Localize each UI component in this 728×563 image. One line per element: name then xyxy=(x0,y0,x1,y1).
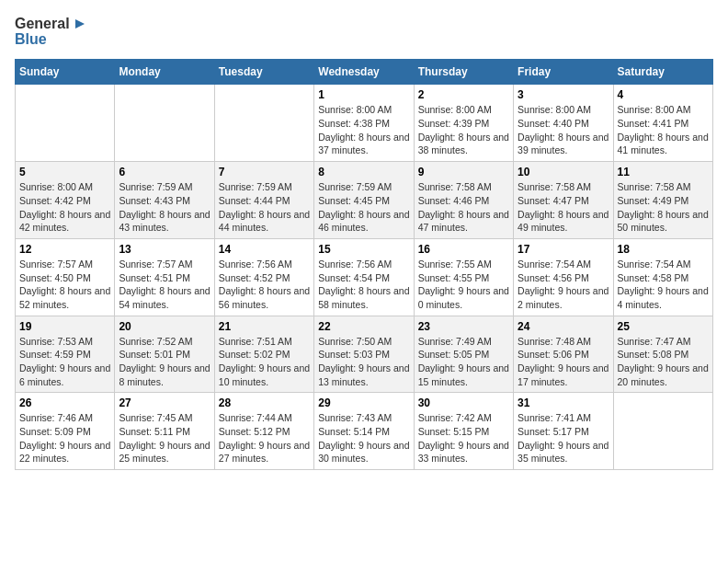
calendar-cell xyxy=(214,85,313,162)
week-row-1: 1Sunrise: 8:00 AMSunset: 4:38 PMDaylight… xyxy=(16,85,713,162)
calendar-cell: 12Sunrise: 7:57 AMSunset: 4:50 PMDayligh… xyxy=(16,238,115,316)
weekday-header-thursday: Thursday xyxy=(414,60,513,85)
calendar-cell: 17Sunrise: 7:54 AMSunset: 4:56 PMDayligh… xyxy=(514,238,613,316)
calendar-cell: 28Sunrise: 7:44 AMSunset: 5:12 PMDayligh… xyxy=(214,393,313,470)
day-number: 11 xyxy=(618,166,709,178)
day-number: 31 xyxy=(518,396,609,409)
day-detail: Sunrise: 7:59 AMSunset: 4:45 PMDaylight:… xyxy=(318,180,409,235)
logo-arrow-icon xyxy=(72,16,88,32)
day-detail: Sunrise: 7:48 AMSunset: 5:06 PMDaylight:… xyxy=(518,335,609,389)
day-detail: Sunrise: 7:58 AMSunset: 4:49 PMDaylight:… xyxy=(618,180,709,235)
calendar-cell: 3Sunrise: 8:00 AMSunset: 4:40 PMDaylight… xyxy=(514,85,613,162)
day-number: 21 xyxy=(219,320,310,333)
day-number: 18 xyxy=(618,243,709,256)
logo-text-blue: Blue xyxy=(15,30,47,48)
calendar-cell: 19Sunrise: 7:53 AMSunset: 4:59 PMDayligh… xyxy=(16,316,115,393)
day-detail: Sunrise: 7:46 AMSunset: 5:09 PMDaylight:… xyxy=(19,411,110,465)
calendar-cell: 6Sunrise: 7:59 AMSunset: 4:43 PMDaylight… xyxy=(115,162,214,239)
day-number: 19 xyxy=(19,320,110,333)
calendar-cell: 5Sunrise: 8:00 AMSunset: 4:42 PMDaylight… xyxy=(16,162,115,239)
day-number: 26 xyxy=(19,396,110,409)
day-detail: Sunrise: 7:47 AMSunset: 5:08 PMDaylight:… xyxy=(618,335,709,389)
day-number: 29 xyxy=(318,396,409,409)
logo-graphic: General Blue xyxy=(15,15,88,48)
calendar-cell: 27Sunrise: 7:45 AMSunset: 5:11 PMDayligh… xyxy=(115,393,214,470)
day-detail: Sunrise: 7:51 AMSunset: 5:02 PMDaylight:… xyxy=(219,335,310,389)
calendar-cell: 4Sunrise: 8:00 AMSunset: 4:41 PMDaylight… xyxy=(613,85,712,162)
week-row-5: 26Sunrise: 7:46 AMSunset: 5:09 PMDayligh… xyxy=(16,393,713,470)
day-number: 27 xyxy=(119,396,210,409)
day-detail: Sunrise: 7:50 AMSunset: 5:03 PMDaylight:… xyxy=(318,335,409,389)
day-detail: Sunrise: 7:41 AMSunset: 5:17 PMDaylight:… xyxy=(518,411,609,465)
day-detail: Sunrise: 7:59 AMSunset: 4:44 PMDaylight:… xyxy=(219,180,310,235)
day-number: 14 xyxy=(219,243,310,256)
weekday-header-row: SundayMondayTuesdayWednesdayThursdayFrid… xyxy=(16,60,713,85)
day-detail: Sunrise: 8:00 AMSunset: 4:41 PMDaylight:… xyxy=(618,103,709,157)
day-detail: Sunrise: 8:00 AMSunset: 4:38 PMDaylight:… xyxy=(318,103,409,157)
day-number: 4 xyxy=(618,88,709,101)
calendar-cell: 7Sunrise: 7:59 AMSunset: 4:44 PMDaylight… xyxy=(214,162,313,239)
calendar-cell: 20Sunrise: 7:52 AMSunset: 5:01 PMDayligh… xyxy=(115,316,214,393)
day-number: 15 xyxy=(318,243,409,256)
day-detail: Sunrise: 7:56 AMSunset: 4:52 PMDaylight:… xyxy=(219,258,310,312)
calendar-cell: 24Sunrise: 7:48 AMSunset: 5:06 PMDayligh… xyxy=(514,316,613,393)
calendar-cell: 15Sunrise: 7:56 AMSunset: 4:54 PMDayligh… xyxy=(314,238,414,316)
svg-marker-0 xyxy=(75,19,85,29)
week-row-3: 12Sunrise: 7:57 AMSunset: 4:50 PMDayligh… xyxy=(16,238,713,316)
day-detail: Sunrise: 7:57 AMSunset: 4:50 PMDaylight:… xyxy=(19,258,110,312)
day-detail: Sunrise: 7:45 AMSunset: 5:11 PMDaylight:… xyxy=(119,411,210,465)
calendar-cell: 1Sunrise: 8:00 AMSunset: 4:38 PMDaylight… xyxy=(314,85,414,162)
day-number: 1 xyxy=(318,88,409,101)
day-detail: Sunrise: 7:56 AMSunset: 4:54 PMDaylight:… xyxy=(318,258,409,312)
day-number: 12 xyxy=(19,243,110,256)
week-row-2: 5Sunrise: 8:00 AMSunset: 4:42 PMDaylight… xyxy=(16,162,713,239)
day-detail: Sunrise: 7:52 AMSunset: 5:01 PMDaylight:… xyxy=(119,335,210,389)
day-detail: Sunrise: 7:42 AMSunset: 5:15 PMDaylight:… xyxy=(418,411,509,465)
weekday-header-tuesday: Tuesday xyxy=(214,60,313,85)
day-number: 10 xyxy=(518,166,609,178)
day-detail: Sunrise: 7:43 AMSunset: 5:14 PMDaylight:… xyxy=(318,411,409,465)
calendar-cell: 9Sunrise: 7:58 AMSunset: 4:46 PMDaylight… xyxy=(414,162,513,239)
calendar-cell xyxy=(115,85,214,162)
calendar-cell xyxy=(613,393,712,470)
calendar-cell: 23Sunrise: 7:49 AMSunset: 5:05 PMDayligh… xyxy=(414,316,513,393)
calendar-cell: 25Sunrise: 7:47 AMSunset: 5:08 PMDayligh… xyxy=(613,316,712,393)
week-row-4: 19Sunrise: 7:53 AMSunset: 4:59 PMDayligh… xyxy=(16,316,713,393)
weekday-header-saturday: Saturday xyxy=(613,60,712,85)
calendar-cell: 31Sunrise: 7:41 AMSunset: 5:17 PMDayligh… xyxy=(514,393,613,470)
calendar-cell: 21Sunrise: 7:51 AMSunset: 5:02 PMDayligh… xyxy=(214,316,313,393)
day-detail: Sunrise: 8:00 AMSunset: 4:42 PMDaylight:… xyxy=(19,180,110,235)
day-number: 22 xyxy=(318,320,409,333)
calendar-cell: 14Sunrise: 7:56 AMSunset: 4:52 PMDayligh… xyxy=(214,238,313,316)
weekday-header-wednesday: Wednesday xyxy=(314,60,414,85)
day-detail: Sunrise: 7:55 AMSunset: 4:55 PMDaylight:… xyxy=(418,258,509,312)
day-number: 8 xyxy=(318,166,409,178)
day-number: 20 xyxy=(119,320,210,333)
calendar-cell: 13Sunrise: 7:57 AMSunset: 4:51 PMDayligh… xyxy=(115,238,214,316)
day-number: 2 xyxy=(418,88,509,101)
day-number: 24 xyxy=(518,320,609,333)
day-number: 28 xyxy=(219,396,310,409)
day-number: 13 xyxy=(119,243,210,256)
day-detail: Sunrise: 8:00 AMSunset: 4:40 PMDaylight:… xyxy=(518,103,609,157)
calendar-cell: 29Sunrise: 7:43 AMSunset: 5:14 PMDayligh… xyxy=(314,393,414,470)
calendar-cell xyxy=(16,85,115,162)
calendar-cell: 11Sunrise: 7:58 AMSunset: 4:49 PMDayligh… xyxy=(613,162,712,239)
day-number: 6 xyxy=(119,166,210,178)
day-detail: Sunrise: 7:59 AMSunset: 4:43 PMDaylight:… xyxy=(119,180,210,235)
weekday-header-friday: Friday xyxy=(514,60,613,85)
calendar-cell: 18Sunrise: 7:54 AMSunset: 4:58 PMDayligh… xyxy=(613,238,712,316)
day-detail: Sunrise: 7:58 AMSunset: 4:47 PMDaylight:… xyxy=(518,180,609,235)
calendar-cell: 2Sunrise: 8:00 AMSunset: 4:39 PMDaylight… xyxy=(414,85,513,162)
day-number: 17 xyxy=(518,243,609,256)
day-number: 5 xyxy=(19,166,110,178)
weekday-header-sunday: Sunday xyxy=(16,60,115,85)
day-detail: Sunrise: 7:54 AMSunset: 4:56 PMDaylight:… xyxy=(518,258,609,312)
day-detail: Sunrise: 8:00 AMSunset: 4:39 PMDaylight:… xyxy=(418,103,509,157)
calendar-cell: 22Sunrise: 7:50 AMSunset: 5:03 PMDayligh… xyxy=(314,316,414,393)
calendar-cell: 26Sunrise: 7:46 AMSunset: 5:09 PMDayligh… xyxy=(16,393,115,470)
calendar-table: SundayMondayTuesdayWednesdayThursdayFrid… xyxy=(15,59,713,470)
day-number: 9 xyxy=(418,166,509,178)
calendar-cell: 16Sunrise: 7:55 AMSunset: 4:55 PMDayligh… xyxy=(414,238,513,316)
calendar-cell: 8Sunrise: 7:59 AMSunset: 4:45 PMDaylight… xyxy=(314,162,414,239)
